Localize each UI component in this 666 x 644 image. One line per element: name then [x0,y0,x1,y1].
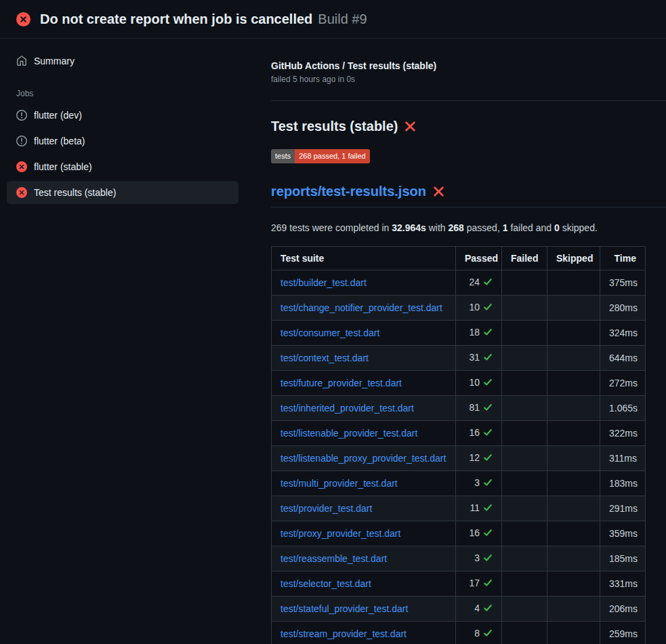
test-suite-link[interactable]: test/selector_test.dart [280,578,371,589]
col-test-suite: Test suite [272,247,456,270]
suite-cell: test/selector_test.dart [272,571,456,597]
time-cell: 324ms [600,321,646,346]
passed-count: 16 [469,527,480,538]
test-suite-link[interactable]: test/builder_test.dart [280,277,367,288]
test-suite-link[interactable]: test/reassemble_test.dart [280,553,387,564]
suite-cell: test/multi_provider_test.dart [272,471,456,496]
skipped-cell [547,296,600,321]
passed-cell: 16 [456,521,502,546]
skipped-cell [547,371,600,396]
skipped-cell [547,471,600,496]
warning-circle-icon [16,110,27,121]
passed-cell: 16 [456,421,502,446]
report-link[interactable]: reports/test-results.json [271,184,426,199]
table-row: test/builder_test.dart24375ms [272,270,646,296]
sidebar-item-flutter-dev[interactable]: flutter (dev) [7,104,238,127]
suite-cell: test/reassemble_test.dart [272,546,456,571]
skipped-cell [547,396,600,421]
test-suite-link[interactable]: test/stream_provider_test.dart [280,628,407,639]
test-suite-link[interactable]: test/provider_test.dart [280,503,372,514]
breadcrumb: GitHub Actions / Test results (stable) [271,60,645,71]
passed-cell: 3 [456,546,502,571]
sidebar-item-flutter-stable[interactable]: flutter (stable) [7,155,238,178]
build-number: Build #9 [318,12,367,26]
passed-count: 16 [469,427,480,438]
check-icon [483,528,493,540]
table-row: test/provider_test.dart11291ms [272,496,646,521]
suite-cell: test/consumer_test.dart [272,321,456,346]
failed-cell [502,296,547,321]
skipped-cell [547,321,600,346]
badge-key: tests [271,149,295,163]
test-suite-link[interactable]: test/consumer_test.dart [280,327,379,338]
passed-cell: 10 [456,371,502,396]
test-suite-link[interactable]: test/context_test.dart [280,353,369,363]
check-icon [483,327,493,340]
summary-failed-count: 1 [503,222,508,233]
report-heading: reports/test-results.json [271,184,666,207]
failed-cell [502,396,547,421]
suite-cell: test/builder_test.dart [272,270,456,296]
time-cell: 272ms [600,371,646,396]
passed-cell: 31 [456,346,502,371]
run-meta: failed 5 hours ago in 0s [271,75,645,84]
check-icon [483,428,493,440]
sidebar-item-summary[interactable]: Summary [7,49,238,73]
failed-cell [502,622,547,644]
skipped-cell [547,546,600,571]
passed-cell: 24 [456,270,502,296]
check-icon [483,302,493,315]
sidebar: Summary Jobs flutter (dev)flutter (beta)… [0,39,264,644]
sidebar-item-label: Summary [34,56,75,66]
time-cell: 291ms [600,496,646,521]
check-icon [483,403,493,415]
time-cell: 280ms [600,296,646,321]
time-cell: 644ms [600,346,646,371]
table-header-row: Test suite Passed Failed Skipped Time [272,247,646,270]
jobs-heading: Jobs [7,83,264,104]
test-suite-link[interactable]: test/stateful_provider_test.dart [280,603,408,614]
time-cell: 183ms [600,471,646,496]
test-suite-link[interactable]: test/future_provider_test.dart [280,378,402,388]
skipped-cell [547,496,600,521]
passed-count: 3 [474,477,480,488]
failed-cell [502,371,547,396]
sidebar-item-label: flutter (beta) [34,136,85,146]
test-suite-link[interactable]: test/listenable_provider_test.dart [280,428,417,439]
test-suite-link[interactable]: test/listenable_proxy_provider_test.dart [280,453,446,464]
passed-count: 12 [469,452,480,463]
home-icon [16,56,27,66]
passed-count: 18 [469,327,480,338]
time-cell: 206ms [600,597,646,622]
passed-cell: 12 [456,446,502,471]
table-row: test/stateful_provider_test.dart4206ms [272,597,646,622]
failed-cell [502,421,547,446]
sidebar-item-test-results-stable[interactable]: Test results (stable) [7,181,238,204]
table-row: test/change_notifier_provider_test.dart1… [272,296,646,321]
suite-cell: test/listenable_proxy_provider_test.dart [272,446,456,471]
failed-cell [502,597,547,622]
test-suite-link[interactable]: test/change_notifier_provider_test.dart [280,302,442,313]
test-suite-link[interactable]: test/proxy_provider_test.dart [280,528,400,539]
divider [271,100,666,101]
passed-cell: 10 [456,296,502,321]
skipped-cell [547,270,600,296]
warning-circle-icon [16,136,27,146]
col-time: Time [600,247,646,270]
col-skipped: Skipped [547,247,600,270]
time-cell: 331ms [600,571,646,597]
test-suite-link[interactable]: test/multi_provider_test.dart [280,478,398,489]
skipped-cell [547,571,600,597]
x-circle-icon [16,12,30,26]
check-icon [483,503,493,515]
summary-text: with [426,222,449,233]
passed-cell: 18 [456,321,502,346]
test-suite-link[interactable]: test/inherited_provider_test.dart [280,403,414,414]
time-cell: 322ms [600,421,646,446]
skipped-cell [547,421,600,446]
check-icon [483,578,493,590]
time-cell: 311ms [600,446,646,471]
summary-text: passed, [464,222,503,233]
summary-text: failed and [508,222,555,233]
sidebar-item-flutter-beta[interactable]: flutter (beta) [7,129,238,153]
